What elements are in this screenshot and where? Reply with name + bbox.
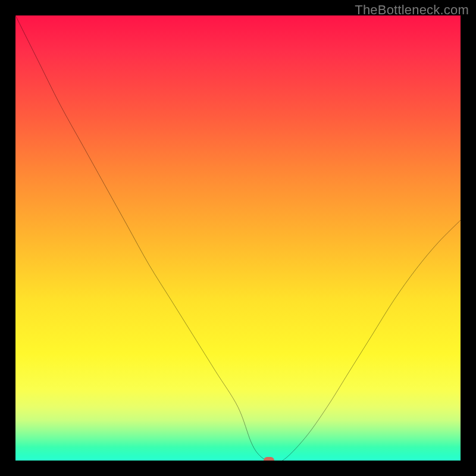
plot-area (15, 15, 461, 461)
chart-frame: TheBottleneck.com (0, 0, 476, 476)
bottleneck-curve (15, 15, 461, 461)
watermark-text: TheBottleneck.com (355, 2, 469, 18)
min-marker (264, 457, 274, 461)
